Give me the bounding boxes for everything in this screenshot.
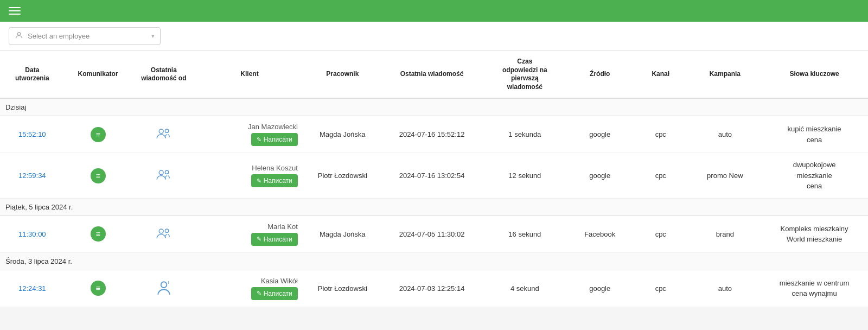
col-header-source: Źródło xyxy=(567,51,632,98)
client-name: Helena Koszut xyxy=(252,164,298,172)
cell-keywords: dwupokojowemieszkaniecena xyxy=(761,153,868,199)
svg-point-1 xyxy=(159,129,163,134)
person-icon xyxy=(15,31,23,41)
cell-client: Kasia Wikół ✎ Написати xyxy=(196,270,303,307)
cell-client: Maria Kot ✎ Написати xyxy=(196,215,303,252)
cell-lastfrom xyxy=(132,153,196,199)
svg-point-4 xyxy=(159,170,163,175)
client-name: Kasia Wikół xyxy=(261,277,298,285)
cell-source: Facebook xyxy=(567,215,632,252)
cell-date: 12:59:34 xyxy=(0,153,65,199)
cell-keywords: kupić mieszkaniecena xyxy=(761,116,868,153)
col-header-lastfrom: Ostatniawiadomość od xyxy=(132,51,196,98)
col-header-client: Klient xyxy=(196,51,303,98)
main-table: Datautworzenia Komunikator Ostatniawiado… xyxy=(0,51,868,307)
group-label: Dzisiaj xyxy=(0,98,868,116)
table-container: Datautworzenia Komunikator Ostatniawiado… xyxy=(0,51,868,307)
cell-keywords: mieszkanie w centrumcena wynajmu xyxy=(761,270,868,307)
cell-lastmessage: 2024-07-16 13:02:54 xyxy=(382,153,482,199)
cell-client: Jan Mazowiecki ✎ Написати xyxy=(196,116,303,153)
pencil-icon: ✎ xyxy=(257,136,261,143)
chat-icon: ≡ xyxy=(91,168,106,183)
col-header-time: Czasodpowiedzi napierwsząwiadomość xyxy=(482,51,567,98)
person-group-icon xyxy=(155,125,173,142)
group-label: Piątek, 5 lipca 2024 r. xyxy=(0,198,868,215)
col-header-date: Datautworzenia xyxy=(0,51,65,98)
cell-source: google xyxy=(567,116,632,153)
person-single-icon: ! xyxy=(155,279,173,296)
topbar xyxy=(0,0,868,22)
table-group-row: Piątek, 5 lipca 2024 r. xyxy=(0,198,868,215)
client-name: Maria Kot xyxy=(267,223,298,231)
table-row: 11:30:00≡ Maria Kot ✎ Написати Magda Joń… xyxy=(0,215,868,252)
cell-responsetime: 16 sekund xyxy=(482,215,567,252)
cell-responsetime: 12 sekund xyxy=(482,153,567,199)
cell-date: 12:24:31 xyxy=(0,270,65,307)
employee-select-placeholder: Select an employee xyxy=(28,32,90,40)
svg-point-6 xyxy=(165,170,168,174)
cell-source: google xyxy=(567,270,632,307)
svg-text:!: ! xyxy=(168,280,169,284)
cell-campaign: auto xyxy=(689,270,761,307)
table-group-row: Dzisiaj xyxy=(0,98,868,116)
napisati-button[interactable]: ✎ Написати xyxy=(251,174,298,187)
cell-keywords: Kompleks mieszkalnyWorld mieszkanie xyxy=(761,215,868,252)
table-group-row: Środa, 3 lipca 2024 r. xyxy=(0,252,868,270)
cell-date: 15:52:10 xyxy=(0,116,65,153)
cell-date: 11:30:00 xyxy=(0,215,65,252)
person-group-icon xyxy=(155,166,173,183)
svg-point-3 xyxy=(165,129,168,132)
table-header-row: Datautworzenia Komunikator Ostatniawiado… xyxy=(0,51,868,98)
cell-lastfrom xyxy=(132,116,196,153)
col-header-channel: Kanał xyxy=(632,51,689,98)
cell-channel: cpc xyxy=(632,153,689,199)
menu-icon[interactable] xyxy=(9,7,21,15)
chat-icon: ≡ xyxy=(91,281,106,296)
cell-worker: Magda Jońska xyxy=(303,116,382,153)
cell-communicator: ≡ xyxy=(65,270,132,307)
cell-campaign: auto xyxy=(689,116,761,153)
cell-communicator: ≡ xyxy=(65,153,132,199)
cell-worker: Piotr Łozdowski xyxy=(303,153,382,199)
employee-select[interactable]: Select an employee ▾ xyxy=(9,27,161,45)
svg-point-7 xyxy=(159,229,163,233)
table-row: 15:52:10≡ Jan Mazowiecki ✎ Написати Magd… xyxy=(0,116,868,153)
cell-lastmessage: 2024-07-16 15:52:12 xyxy=(382,116,482,153)
col-header-keywords: Słowa kluczowe xyxy=(761,51,868,98)
cell-communicator: ≡ xyxy=(65,215,132,252)
client-name: Jan Mazowiecki xyxy=(248,123,298,131)
cell-responsetime: 4 sekund xyxy=(482,270,567,307)
svg-point-9 xyxy=(165,229,168,232)
cell-responsetime: 1 sekunda xyxy=(482,116,567,153)
cell-worker: Magda Jońska xyxy=(303,215,382,252)
pencil-icon: ✎ xyxy=(257,177,261,185)
chevron-down-icon: ▾ xyxy=(151,33,155,40)
cell-communicator: ≡ xyxy=(65,116,132,153)
napisati-button[interactable]: ✎ Написати xyxy=(251,287,298,300)
svg-point-10 xyxy=(161,282,167,288)
cell-lastmessage: 2024-07-03 12:25:14 xyxy=(382,270,482,307)
cell-worker: Piotr Łozdowski xyxy=(303,270,382,307)
cell-lastfrom xyxy=(132,215,196,252)
chat-icon: ≡ xyxy=(91,226,106,242)
cell-lastfrom: ! xyxy=(132,270,196,307)
napisati-button[interactable]: ✎ Написати xyxy=(251,133,298,146)
col-header-lastmsg: Ostatnia wiadomość xyxy=(382,51,482,98)
cell-campaign: promo New xyxy=(689,153,761,199)
svg-point-0 xyxy=(17,33,20,35)
cell-channel: cpc xyxy=(632,215,689,252)
table-row: 12:59:34≡ Helena Koszut ✎ Написати Piotr… xyxy=(0,153,868,199)
cell-channel: cpc xyxy=(632,116,689,153)
table-row: 12:24:31≡ ! Kasia Wikół ✎ Написати Piotr… xyxy=(0,270,868,307)
col-header-worker: Pracownik xyxy=(303,51,382,98)
cell-channel: cpc xyxy=(632,270,689,307)
filterbar: Select an employee ▾ xyxy=(0,22,868,51)
cell-campaign: brand xyxy=(689,215,761,252)
cell-source: google xyxy=(567,153,632,199)
cell-lastmessage: 2024-07-05 11:30:02 xyxy=(382,215,482,252)
chat-icon: ≡ xyxy=(91,127,106,142)
pencil-icon: ✎ xyxy=(257,290,261,297)
group-label: Środa, 3 lipca 2024 r. xyxy=(0,252,868,270)
napisati-button[interactable]: ✎ Написати xyxy=(251,233,298,246)
cell-client: Helena Koszut ✎ Написати xyxy=(196,153,303,199)
